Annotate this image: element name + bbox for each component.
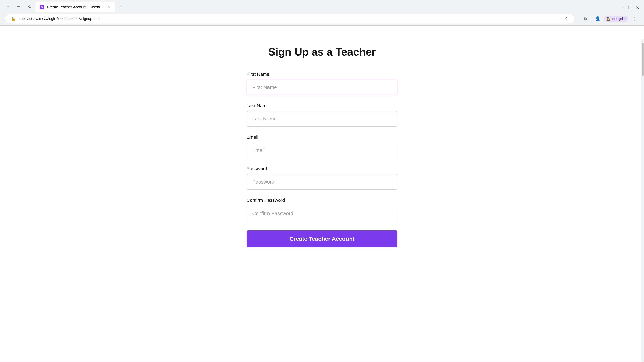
reload-button[interactable]: ↻ [25,2,34,11]
tab-title: Create Teacher Account - Seesa... [47,5,103,9]
page-content: Sign Up as a Teacher First Name Last Nam… [0,26,644,349]
bookmark-icon[interactable]: ☆ [563,15,570,22]
active-tab[interactable]: S Create Teacher Account - Seesa... ✕ [36,2,115,12]
email-input[interactable] [246,143,398,158]
extensions-button[interactable]: ⧉ [581,14,590,23]
tab-favicon: S [40,5,44,9]
incognito-icon: 🕵 [606,17,611,21]
profile-button[interactable]: 👤 [593,14,602,23]
confirm-password-field: Confirm Password [246,198,398,221]
incognito-label: Incognito [612,17,626,21]
form-container: Sign Up as a Teacher First Name Last Nam… [246,46,398,247]
browser-actions: ⧉ 👤 🕵 Incognito ⋮ [581,14,639,23]
new-tab-button[interactable]: + [116,2,126,11]
scrollbar[interactable] [641,39,644,362]
tab-bar: ← → ↻ S Create Teacher Account - Seesa..… [0,0,644,12]
last-name-input[interactable] [246,111,398,126]
url-display: app.seesaw.me/#/login?role=teacher&signu… [18,16,561,21]
password-input[interactable] [246,174,398,190]
tab-close-button[interactable]: ✕ [106,4,111,10]
confirm-password-label: Confirm Password [246,198,398,203]
confirm-password-input[interactable] [246,206,398,221]
password-field: Password [246,166,398,190]
divider [592,16,592,22]
incognito-badge[interactable]: 🕵 Incognito [604,16,628,22]
email-label: Email [246,135,398,140]
page-title: Sign Up as a Teacher [268,46,376,58]
last-name-label: Last Name [246,103,398,108]
create-teacher-account-button[interactable]: Create Teacher Account [246,230,398,247]
password-label: Password [246,166,398,171]
email-field: Email [246,135,398,158]
minimize-button[interactable]: − [620,5,626,11]
first-name-input[interactable] [246,80,398,95]
back-button[interactable]: ← [3,2,13,11]
scrollbar-thumb[interactable] [642,42,644,76]
menu-button[interactable]: ⋮ [630,14,639,23]
address-bar[interactable]: 🔒 app.seesaw.me/#/login?role=teacher&sig… [5,14,575,23]
last-name-field: Last Name [246,103,398,126]
first-name-label: First Name [246,71,398,77]
address-bar-row: 🔒 app.seesaw.me/#/login?role=teacher&sig… [0,12,644,25]
forward-button[interactable]: → [14,2,24,11]
browser-chrome: ← → ↻ S Create Teacher Account - Seesa..… [0,0,644,26]
restore-button[interactable]: ❐ [627,5,633,11]
lock-icon: 🔒 [10,15,16,22]
first-name-field: First Name [246,71,398,95]
close-button[interactable]: ✕ [634,5,641,11]
